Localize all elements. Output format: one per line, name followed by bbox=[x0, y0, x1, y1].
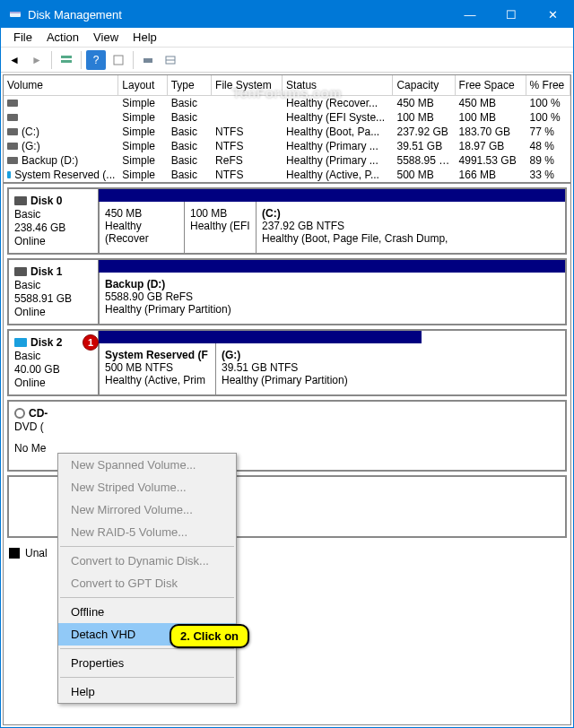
legend-swatch-icon bbox=[9, 548, 20, 559]
disk-info: Disk 0 Basic 238.46 GB Online bbox=[9, 189, 99, 253]
menu-file[interactable]: File bbox=[6, 29, 39, 46]
partition[interactable]: Backup (D:)5588.90 GB ReFSHealthy (Prima… bbox=[99, 273, 565, 324]
cd-icon bbox=[14, 408, 25, 419]
toolbar: ◄ ► ? bbox=[1, 48, 573, 73]
col-capacity[interactable]: Capacity bbox=[393, 75, 455, 95]
back-button[interactable]: ◄ bbox=[4, 50, 24, 70]
col-type[interactable]: Type bbox=[168, 75, 212, 95]
partition[interactable]: 100 MBHealthy (EFI bbox=[184, 202, 256, 253]
help-button[interactable]: ? bbox=[86, 50, 106, 70]
disk-row-0[interactable]: Disk 0 Basic 238.46 GB Online 450 MBHeal… bbox=[7, 187, 567, 255]
volume-row[interactable]: Backup (D:) SimpleBasic ReFSHealthy (Pri… bbox=[4, 153, 570, 168]
svg-rect-1 bbox=[10, 12, 21, 13]
context-menu: New Spanned Volume... New Striped Volume… bbox=[57, 453, 237, 704]
disk-icon bbox=[14, 338, 27, 347]
maximize-button[interactable]: ☐ bbox=[491, 1, 532, 28]
volume-table: Volume Layout Type File System Status Ca… bbox=[4, 75, 570, 184]
app-icon bbox=[8, 7, 22, 22]
svg-rect-5 bbox=[144, 58, 152, 63]
disk-row-1[interactable]: Disk 1 Basic 5588.91 GB Online Backup (D… bbox=[7, 258, 567, 325]
ctx-new-striped: New Striped Volume... bbox=[58, 476, 236, 498]
titlebar[interactable]: Disk Management — ☐ ✕ bbox=[1, 1, 573, 28]
volume-row[interactable]: System Reserved (... SimpleBasic NTFSHea… bbox=[4, 168, 570, 182]
disk-row-2[interactable]: 1 Disk 2 Basic 40.00 GB Online System Re… bbox=[7, 329, 567, 396]
col-filesystem[interactable]: File System bbox=[212, 75, 283, 95]
disk-pane: Disk 0 Basic 238.46 GB Online 450 MBHeal… bbox=[4, 184, 570, 724]
volume-row[interactable]: SimpleBasic Healthy (EFI Syste... 100 MB… bbox=[4, 110, 570, 125]
volume-row[interactable]: (G:) SimpleBasic NTFSHealthy (Primary ..… bbox=[4, 139, 570, 153]
menu-action[interactable]: Action bbox=[39, 29, 86, 46]
svg-rect-3 bbox=[61, 60, 72, 63]
tool-b-button[interactable] bbox=[161, 50, 180, 70]
disk-management-window: Disk Management — ☐ ✕ File Action View H… bbox=[0, 0, 574, 728]
annotation-step-2: 2. Click on bbox=[170, 624, 249, 648]
volume-row[interactable]: SimpleBasic Healthy (Recover... 450 MB45… bbox=[4, 96, 570, 110]
volume-table-header: Volume Layout Type File System Status Ca… bbox=[4, 75, 570, 96]
col-layout[interactable]: Layout bbox=[118, 75, 167, 95]
menu-view[interactable]: View bbox=[86, 29, 126, 46]
menu-help[interactable]: Help bbox=[126, 29, 164, 46]
volume-row[interactable]: (C:) SimpleBasic NTFSHealthy (Boot, Pa..… bbox=[4, 125, 570, 139]
ctx-convert-gpt: Convert to GPT Disk bbox=[58, 572, 236, 594]
window-title: Disk Management bbox=[28, 8, 449, 22]
disk-icon bbox=[14, 196, 27, 205]
ctx-properties[interactable]: Properties bbox=[58, 652, 236, 674]
col-status[interactable]: Status bbox=[283, 75, 393, 95]
forward-button[interactable]: ► bbox=[27, 50, 47, 70]
disk-info: CD- DVD ( No Me bbox=[9, 402, 63, 470]
ctx-new-mirrored: New Mirrored Volume... bbox=[58, 498, 236, 521]
ctx-convert-dynamic: Convert to Dynamic Disk... bbox=[58, 550, 236, 572]
col-pctfree[interactable]: % Free bbox=[526, 75, 570, 95]
ctx-help[interactable]: Help bbox=[58, 680, 236, 703]
partition[interactable]: (C:)237.92 GB NTFSHealthy (Boot, Page Fi… bbox=[256, 202, 565, 253]
svg-rect-2 bbox=[61, 56, 72, 58]
col-volume[interactable]: Volume bbox=[4, 75, 118, 95]
refresh-button[interactable] bbox=[109, 50, 128, 70]
tool-a-button[interactable] bbox=[138, 50, 158, 70]
disk-info: Disk 1 Basic 5588.91 GB Online bbox=[9, 260, 99, 324]
close-button[interactable]: ✕ bbox=[532, 1, 573, 28]
ctx-new-spanned: New Spanned Volume... bbox=[58, 454, 236, 476]
partition[interactable]: System Reserved (F500 MB NTFSHealthy (Ac… bbox=[99, 343, 215, 394]
view-list-button[interactable] bbox=[57, 50, 76, 70]
disk-icon bbox=[14, 267, 27, 276]
menubar: File Action View Help bbox=[1, 28, 573, 48]
partition[interactable]: (G:)39.51 GB NTFSHealthy (Primary Partit… bbox=[215, 343, 422, 394]
ctx-offline[interactable]: Offline bbox=[58, 601, 236, 623]
minimize-button[interactable]: — bbox=[449, 1, 491, 28]
svg-rect-4 bbox=[114, 56, 123, 65]
content-area: Volume Layout Type File System Status Ca… bbox=[3, 74, 571, 725]
col-freespace[interactable]: Free Space bbox=[456, 75, 526, 95]
annotation-step-1: 1 bbox=[83, 334, 99, 351]
ctx-new-raid5: New RAID-5 Volume... bbox=[58, 521, 236, 543]
partition[interactable]: 450 MBHealthy (Recover bbox=[99, 202, 184, 253]
